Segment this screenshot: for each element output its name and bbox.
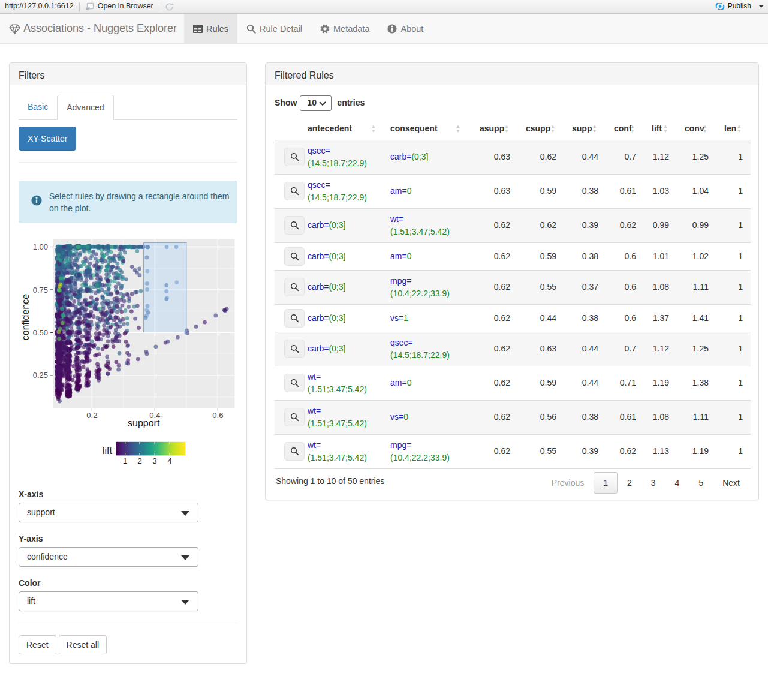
svg-text:0.6: 0.6 bbox=[212, 411, 223, 420]
svg-text:1: 1 bbox=[123, 456, 127, 465]
svg-text:1.00: 1.00 bbox=[33, 242, 48, 251]
svg-text:0.2: 0.2 bbox=[86, 411, 97, 420]
svg-text:3: 3 bbox=[153, 456, 157, 465]
svg-text:4: 4 bbox=[168, 456, 172, 465]
svg-text:lift: lift bbox=[103, 446, 113, 456]
svg-text:0.25: 0.25 bbox=[33, 371, 48, 380]
svg-text:2: 2 bbox=[137, 456, 141, 465]
svg-text:support: support bbox=[128, 418, 160, 428]
svg-text:0.50: 0.50 bbox=[33, 328, 48, 337]
svg-text:0.75: 0.75 bbox=[33, 286, 48, 295]
svg-text:confidence: confidence bbox=[20, 294, 31, 340]
